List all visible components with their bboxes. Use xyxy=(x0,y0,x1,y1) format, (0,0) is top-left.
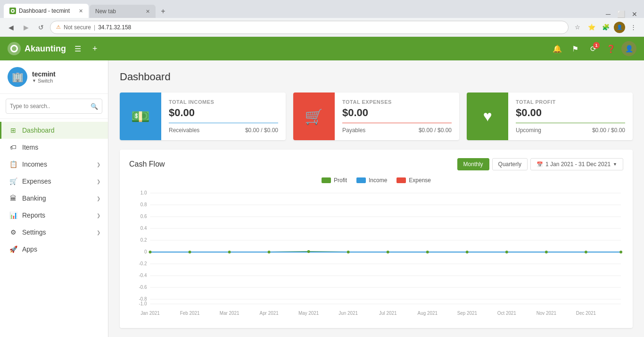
svg-text:Feb 2021: Feb 2021 xyxy=(180,311,200,316)
svg-point-29 xyxy=(426,251,429,253)
expense-legend-label: Expense xyxy=(409,177,431,184)
sidebar-item-settings[interactable]: ⚙ Settings ❯ xyxy=(0,224,108,241)
sidebar-username: tecmint xyxy=(32,70,56,78)
sidebar-item-label-reports: Reports xyxy=(22,211,92,219)
expenses-card-label: TOTAL EXPENSES xyxy=(342,99,452,105)
svg-text:Mar 2021: Mar 2021 xyxy=(220,311,239,316)
sidebar-item-label-apps: Apps xyxy=(22,245,100,253)
incomes-sub-label: Receivables xyxy=(169,127,199,134)
browser-chrome: Dashboard - tecmint ✕ New tab ✕ + ─ ⬜ ✕ xyxy=(0,0,644,18)
dropdown-arrow-icon: ▼ xyxy=(613,162,617,167)
svg-text:Jan 2021: Jan 2021 xyxy=(140,311,160,316)
sidebar-item-banking[interactable]: 🏛 Banking ❯ xyxy=(0,190,108,207)
add-btn[interactable]: + xyxy=(90,42,100,56)
svg-point-30 xyxy=(466,251,469,253)
sidebar-item-apps[interactable]: 🚀 Apps xyxy=(0,241,108,258)
settings-chevron-icon: ❯ xyxy=(97,230,100,235)
window-close-btn[interactable]: ✕ xyxy=(629,10,640,18)
app-body: 🏢 tecmint ▼ Switch 🔍 ⊞ Dashboard xyxy=(0,60,644,337)
app-logo-icon xyxy=(8,42,21,55)
flag-icon[interactable]: ⚑ xyxy=(568,41,583,56)
sidebar-item-incomes[interactable]: 📋 Incomes ❯ xyxy=(0,156,108,173)
expenses-sub-amount: $0.00 / $0.00 xyxy=(419,127,452,134)
income-legend-label: Income xyxy=(369,177,387,184)
profit-card-label: TOTAL PROFIT xyxy=(516,99,625,105)
settings-icon: ⚙ xyxy=(9,228,17,236)
cashflow-header: Cash Flow Monthly Quarterly 📅 1 Jan 2021… xyxy=(129,158,623,170)
bell-icon[interactable]: 🔔 xyxy=(550,41,565,56)
avatar: 🏢 xyxy=(8,67,27,87)
items-icon: 🏷 xyxy=(9,143,17,151)
tab-favicon xyxy=(9,8,16,14)
browser-avatar[interactable]: 👤 xyxy=(614,22,625,33)
svg-text:Jun 2021: Jun 2021 xyxy=(339,311,358,316)
svg-point-31 xyxy=(505,251,508,253)
back-btn[interactable]: ◀ xyxy=(5,21,17,34)
expenses-card-icon: 🛒 xyxy=(293,93,335,140)
tab-close-btn[interactable]: ✕ xyxy=(79,8,83,14)
svg-text:Jul 2021: Jul 2021 xyxy=(379,311,397,316)
sidebar-item-items[interactable]: 🏷 Items xyxy=(0,139,108,156)
svg-text:1.0: 1.0 xyxy=(140,190,147,195)
svg-text:Apr 2021: Apr 2021 xyxy=(260,311,279,316)
svg-text:Oct 2021: Oct 2021 xyxy=(497,311,517,316)
svg-point-34 xyxy=(619,251,622,253)
svg-text:0.4: 0.4 xyxy=(140,226,147,231)
user-avatar-header[interactable]: 👤 xyxy=(621,41,636,56)
sidebar-user: 🏢 tecmint ▼ Switch xyxy=(0,60,108,94)
extensions-btn[interactable]: 🧩 xyxy=(600,21,612,34)
new-tab-close-btn[interactable]: ✕ xyxy=(146,8,150,15)
window-minimize-btn[interactable]: ─ xyxy=(603,10,613,18)
sidebar-item-reports[interactable]: 📊 Reports ❯ xyxy=(0,207,108,224)
legend-profit: Profit xyxy=(322,177,347,184)
sidebar-item-expenses[interactable]: 🛒 Expenses ❯ xyxy=(0,173,108,190)
sidebar-item-label-items: Items xyxy=(22,143,38,151)
quarterly-btn[interactable]: Quarterly xyxy=(492,158,528,170)
browser-right-controls: ☆ ⭐ 🧩 👤 ⋮ xyxy=(571,21,639,34)
star-btn[interactable]: ⭐ xyxy=(586,21,598,34)
legend-expense: Expense xyxy=(396,177,431,184)
sync-icon[interactable]: ⟳ 1 xyxy=(586,41,601,56)
window-maximize-btn[interactable]: ⬜ xyxy=(614,10,628,18)
date-range-text: 1 Jan 2021 - 31 Dec 2021 xyxy=(545,161,611,168)
bookmark-btn[interactable]: ☆ xyxy=(571,21,584,34)
income-legend-dot xyxy=(356,177,366,183)
security-warning-text: Not secure xyxy=(64,24,91,31)
new-tab-btn[interactable]: + xyxy=(157,5,170,18)
svg-point-24 xyxy=(228,251,231,253)
header-right: 🔔 ⚑ ⟳ 1 ❓ 👤 xyxy=(550,41,636,56)
app-logo-text: Akaunting xyxy=(25,44,66,54)
main-content: Dashboard 💵 TOTAL INCOMES $0.00 Receivab… xyxy=(108,60,644,337)
browser-tab-inactive[interactable]: New tab ✕ xyxy=(90,5,156,18)
banking-icon: 🏛 xyxy=(9,194,17,202)
date-range-btn[interactable]: 📅 1 Jan 2021 - 31 Dec 2021 ▼ xyxy=(530,158,623,170)
banking-chevron-icon: ❯ xyxy=(97,196,100,201)
incomes-sub-amount: $0.00 / $0.00 xyxy=(245,127,278,134)
browser-tab-active[interactable]: Dashboard - tecmint ✕ xyxy=(4,4,89,18)
profit-card: ♥ TOTAL PROFIT $0.00 Upcoming $0.00 / $0… xyxy=(467,93,633,140)
profit-legend-label: Profit xyxy=(334,177,347,184)
help-icon[interactable]: ❓ xyxy=(603,41,619,56)
svg-text:-0.6: -0.6 xyxy=(139,285,147,290)
cashflow-chart: 1.0 0.8 0.6 0.4 0.2 0 -0.2 -0.4 -0.6 -0.… xyxy=(129,187,623,320)
browser-nav-bar: ◀ ▶ ↺ ⚠ Not secure | 34.71.32.158 ☆ ⭐ 🧩 … xyxy=(0,18,644,37)
search-input[interactable] xyxy=(10,103,88,110)
sidebar-switch[interactable]: ▼ Switch xyxy=(32,78,56,84)
app-logo: Akaunting xyxy=(8,42,66,55)
profit-sub-label: Upcoming xyxy=(516,127,541,134)
expense-legend-dot xyxy=(396,177,406,183)
incomes-icon: 📋 xyxy=(9,160,17,168)
svg-point-27 xyxy=(347,251,350,253)
address-bar[interactable]: ⚠ Not secure | 34.71.32.158 xyxy=(50,21,569,34)
refresh-btn[interactable]: ↺ xyxy=(35,21,47,34)
sidebar-search-box[interactable]: 🔍 xyxy=(6,99,102,114)
app-header: Akaunting ☰ + 🔔 ⚑ ⟳ 1 ❓ 👤 xyxy=(0,37,644,60)
menu-btn[interactable]: ⋮ xyxy=(627,21,639,34)
monthly-btn[interactable]: Monthly xyxy=(457,158,489,170)
sidebar-item-dashboard[interactable]: ⊞ Dashboard xyxy=(0,122,108,139)
sidebar: 🏢 tecmint ▼ Switch 🔍 ⊞ Dashboard xyxy=(0,60,108,337)
hamburger-btn[interactable]: ☰ xyxy=(72,42,84,55)
incomes-card-amount: $0.00 xyxy=(169,107,278,119)
forward-btn[interactable]: ▶ xyxy=(20,21,32,34)
sidebar-search-container: 🔍 xyxy=(0,94,108,119)
